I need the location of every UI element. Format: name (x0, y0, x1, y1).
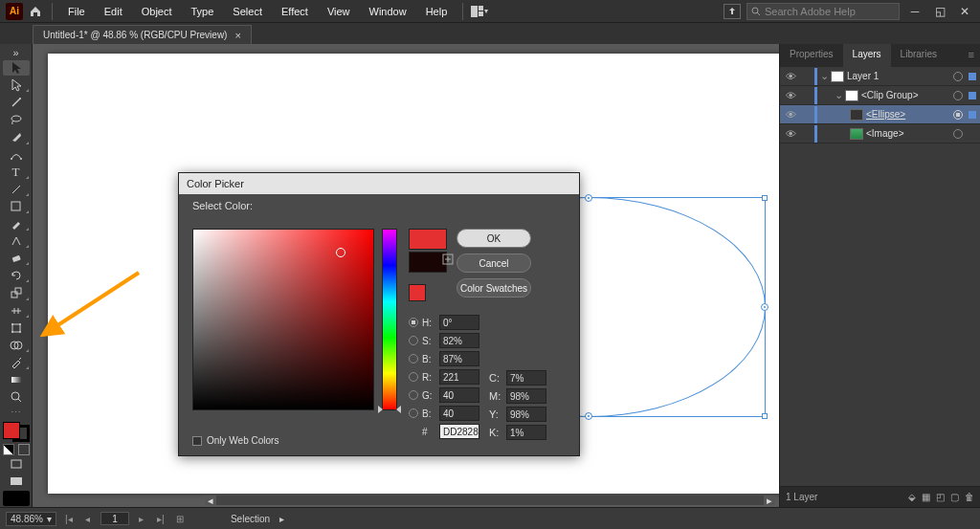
sat-input[interactable]: 82% (439, 333, 479, 348)
eraser-tool[interactable] (3, 251, 30, 266)
toolbar-expand-icon[interactable]: » (3, 47, 30, 58)
menu-view[interactable]: View (320, 3, 358, 20)
target-icon[interactable] (953, 110, 963, 120)
width-tool[interactable] (3, 303, 30, 319)
cancel-button[interactable]: Cancel (457, 253, 531, 273)
bri-input[interactable]: 87% (439, 351, 479, 366)
green-radio[interactable] (409, 390, 418, 400)
bri-radio[interactable] (409, 354, 418, 364)
red-radio[interactable] (409, 372, 418, 382)
curvature-tool[interactable] (3, 147, 30, 163)
tab-libraries[interactable]: Libraries (891, 44, 947, 67)
blue-input[interactable]: 40 (439, 406, 479, 421)
window-minimize-icon[interactable]: ─ (905, 5, 924, 18)
visibility-icon[interactable]: 👁 (784, 71, 797, 82)
horizontal-scrollbar[interactable]: ◂ ▸ (205, 496, 775, 505)
rotate-tool[interactable] (3, 268, 30, 283)
hue-radio[interactable] (409, 318, 418, 327)
sat-radio[interactable] (409, 336, 418, 345)
blue-radio[interactable] (409, 408, 418, 418)
visibility-icon[interactable]: 👁 (784, 128, 797, 140)
ok-button[interactable]: OK (457, 229, 531, 248)
edit-toolbar-icon[interactable]: ⋯ (3, 407, 30, 419)
swap-colors-icon[interactable] (18, 444, 30, 455)
magic-wand-tool[interactable] (3, 95, 30, 110)
layer-row[interactable]: 👁 <Ellipse> (780, 105, 980, 124)
target-icon[interactable] (953, 91, 963, 100)
magenta-input[interactable]: 98% (506, 388, 546, 404)
target-icon[interactable] (953, 129, 963, 139)
window-close-icon[interactable]: ✕ (955, 5, 974, 18)
shaper-tool[interactable] (3, 233, 30, 249)
draw-mode-icon[interactable] (3, 456, 30, 472)
hex-input[interactable]: DD2828 (439, 424, 479, 439)
search-input[interactable]: Search Adobe Help (746, 3, 900, 20)
layer-row[interactable]: 👁 ⌄Layer 1 (780, 67, 980, 86)
cyan-input[interactable]: 7% (506, 370, 546, 386)
saturation-brightness-field[interactable] (192, 229, 374, 410)
hue-input[interactable]: 0° (439, 315, 479, 330)
new-layer-icon[interactable]: ▢ (950, 492, 959, 502)
menu-type[interactable]: Type (184, 3, 222, 20)
yellow-input[interactable]: 98% (506, 407, 546, 422)
locate-object-icon[interactable]: ⬙ (908, 492, 916, 502)
fill-color-swatch[interactable] (3, 422, 20, 439)
dialog-titlebar[interactable]: Color Picker (179, 173, 579, 194)
visibility-icon[interactable]: 👁 (784, 109, 797, 121)
prev-artboard-icon[interactable]: ◂ (81, 512, 95, 525)
color-swatches-button[interactable]: Color Swatches (457, 278, 531, 298)
layer-row[interactable]: 👁 ⌄<Clip Group> (780, 86, 980, 105)
home-icon[interactable] (27, 3, 44, 20)
gradient-tool[interactable] (3, 372, 30, 387)
close-icon[interactable]: × (234, 30, 240, 41)
fill-stroke-swatch[interactable] (3, 422, 30, 442)
direct-selection-tool[interactable] (3, 77, 30, 93)
document-tab[interactable]: Untitled-1* @ 48.86 % (RGB/CPU Preview) … (33, 25, 252, 44)
next-artboard-icon[interactable]: ▸ (135, 512, 148, 525)
lasso-tool[interactable] (3, 112, 30, 127)
websafe-color-swatch[interactable] (409, 284, 426, 301)
menu-file[interactable]: File (60, 3, 93, 20)
color-mode-icon[interactable] (3, 444, 14, 455)
black-input[interactable]: 1% (506, 425, 546, 440)
menu-effect[interactable]: Effect (274, 3, 316, 20)
last-artboard-icon[interactable]: ▸| (154, 512, 167, 525)
type-tool[interactable]: T (3, 165, 30, 180)
only-web-colors-checkbox[interactable] (192, 436, 202, 446)
arrange-docs-icon[interactable]: ▾ (471, 5, 488, 18)
scale-tool[interactable] (3, 285, 30, 300)
hue-slider[interactable] (382, 229, 397, 410)
new-sublayer-icon[interactable]: ◰ (936, 492, 945, 502)
free-transform-tool[interactable] (3, 320, 30, 336)
brush-tool[interactable] (3, 216, 30, 231)
menu-select[interactable]: Select (225, 3, 270, 20)
visibility-icon[interactable]: 👁 (784, 90, 797, 101)
delete-layer-icon[interactable]: 🗑 (965, 492, 974, 502)
menu-help[interactable]: Help (418, 3, 456, 20)
tab-layers[interactable]: Layers (843, 44, 891, 67)
zoom-tool[interactable] (3, 389, 30, 405)
menu-window[interactable]: Window (362, 3, 414, 20)
screen-mode-icon[interactable] (3, 474, 30, 489)
red-input[interactable]: 221 (439, 369, 479, 385)
add-to-library-icon[interactable] (442, 253, 454, 265)
menu-object[interactable]: Object (134, 3, 180, 20)
line-tool[interactable] (3, 182, 30, 197)
color-black-swatch[interactable] (3, 491, 30, 506)
share-icon[interactable] (724, 4, 741, 19)
layer-row[interactable]: 👁 <Image> (780, 124, 980, 143)
shape-builder-tool[interactable] (3, 338, 30, 353)
artboard-number-input[interactable] (100, 512, 129, 525)
target-icon[interactable] (953, 72, 963, 81)
eyedropper-tool[interactable] (3, 355, 30, 370)
pen-tool[interactable] (3, 129, 30, 144)
tab-properties[interactable]: Properties (780, 44, 843, 67)
rectangle-tool[interactable] (3, 199, 30, 214)
window-restore-icon[interactable]: ◱ (930, 5, 949, 18)
app-logo[interactable]: Ai (6, 3, 23, 20)
artboard-nav-icon[interactable]: ⊞ (173, 512, 187, 525)
selection-tool[interactable] (3, 60, 30, 76)
make-clipping-mask-icon[interactable]: ▦ (922, 492, 930, 502)
first-artboard-icon[interactable]: |◂ (62, 512, 76, 525)
menu-edit[interactable]: Edit (97, 3, 130, 20)
